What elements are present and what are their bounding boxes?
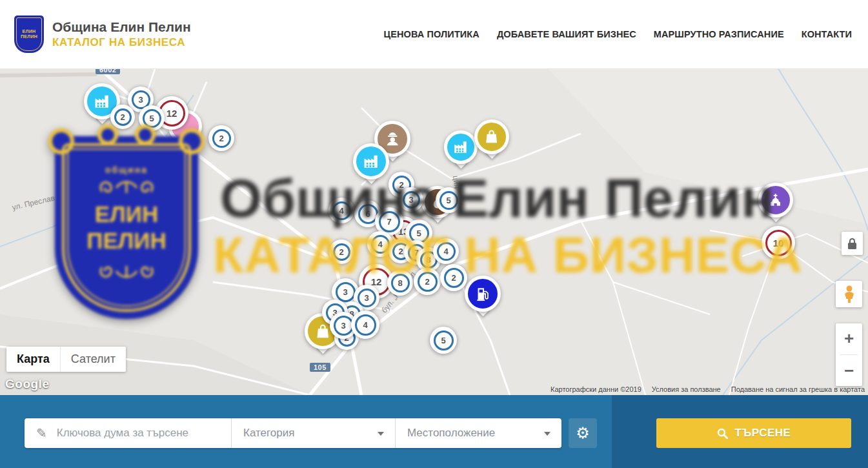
zoom-control: + −	[836, 323, 862, 386]
cluster-marker[interactable]: 4	[351, 310, 379, 339]
cluster-marker[interactable]: 2	[208, 125, 234, 151]
map-markers-layer: 321252235461375422784128223383234510	[0, 69, 868, 395]
cluster-marker[interactable]: 2	[414, 268, 441, 295]
category-pin-bag[interactable]	[474, 119, 509, 154]
bag-icon	[474, 119, 509, 154]
google-logo[interactable]: Google	[5, 377, 49, 391]
site-title: Община Елин Пелин	[52, 19, 191, 35]
location-select-value: Местоположение	[407, 427, 495, 440]
search-button[interactable]: ТЪРСЕНЕ	[656, 418, 851, 448]
cluster-count: 10	[765, 230, 792, 256]
cluster-marker[interactable]: 2	[440, 264, 467, 291]
attribution-copyright: Картографски данни ©2019	[550, 385, 641, 393]
cluster-marker[interactable]: 8	[387, 270, 413, 296]
category-pin-factory[interactable]	[353, 143, 389, 179]
search-button-label: ТЪРСЕНЕ	[735, 427, 791, 440]
main-nav: ЦЕНОВА ПОЛИТИКА ДОБАВЕТЕ ВАШИЯТ БИЗНЕС М…	[384, 29, 852, 39]
church-icon	[758, 183, 793, 218]
map-attribution: Картографски данни ©2019 Условия за полз…	[550, 385, 865, 393]
category-select[interactable]: Категория	[231, 418, 395, 448]
search-fields-group: ✎ Категория Местоположение	[25, 418, 561, 448]
cluster-count: 4	[355, 314, 376, 336]
nav-item-pricing[interactable]: ЦЕНОВА ПОЛИТИКА	[384, 29, 479, 39]
location-select[interactable]: Местоположение	[395, 418, 561, 448]
lock-icon	[848, 243, 856, 249]
keyword-search-input[interactable]	[56, 426, 231, 440]
map-type-control: Карта Сателит	[6, 347, 126, 372]
cluster-count: 5	[434, 331, 454, 351]
map-canvas[interactable]: ул. Преслав бул. „Новосел ция 6002 105 3…	[0, 69, 868, 395]
category-pin-fuel[interactable]	[465, 276, 501, 312]
cluster-marker[interactable]: 5	[139, 105, 165, 131]
cluster-marker[interactable]: 5	[430, 327, 457, 354]
cluster-count: 2	[444, 268, 464, 288]
municipality-crest-logo: ЕЛИН ПЕЛИН	[14, 15, 44, 53]
factory-icon	[444, 130, 478, 164]
brand[interactable]: ЕЛИН ПЕЛИН Община Елин Пелин КАТАЛОГ НА …	[14, 15, 191, 53]
pegman-button[interactable]	[836, 281, 862, 307]
pegman-icon	[843, 285, 856, 303]
brand-text: Община Елин Пелин КАТАЛОГ НА БИЗНЕСА	[52, 19, 191, 49]
cluster-marker[interactable]: 2	[110, 105, 135, 129]
search-icon	[717, 428, 728, 439]
fuel-icon	[465, 276, 501, 312]
streetview-lock-button[interactable]	[842, 232, 863, 255]
keyword-field-wrap: ✎	[25, 418, 231, 448]
caret-down-icon	[544, 432, 550, 436]
category-select-value: Категория	[243, 427, 294, 440]
cluster-count: 5	[439, 191, 458, 210]
cluster-marker[interactable]: 4	[328, 198, 354, 223]
cluster-marker[interactable]: 2	[329, 239, 354, 264]
cluster-marker[interactable]: 4	[433, 238, 459, 264]
cluster-count: 2	[212, 129, 231, 148]
pencil-icon: ✎	[36, 425, 47, 441]
cluster-count: 2	[418, 272, 438, 292]
cluster-count: 3	[403, 191, 420, 209]
cluster-count: 8	[391, 274, 410, 292]
crest-name: ЕЛИН ПЕЛИН	[21, 29, 37, 40]
cluster-count: 2	[114, 108, 132, 126]
cluster-count: 3	[336, 282, 356, 302]
cluster-count: 7	[379, 211, 400, 232]
nav-item-add-business[interactable]: ДОБАВЕТЕ ВАШИЯТ БИЗНЕС	[497, 29, 636, 39]
cluster-count: 3	[334, 316, 354, 336]
caret-down-icon	[378, 432, 384, 436]
cluster-marker[interactable]: 10	[762, 226, 795, 259]
map-type-map-button[interactable]: Карта	[6, 347, 60, 372]
category-pin-church[interactable]	[758, 183, 793, 218]
attribution-report-error-link[interactable]: Подаване на сигнал за грешка в картата	[731, 385, 865, 393]
zoom-divider	[840, 354, 858, 355]
factory-icon	[353, 143, 389, 179]
cluster-count: 4	[332, 201, 351, 220]
cluster-marker[interactable]: 5	[436, 187, 461, 213]
site-subtitle: КАТАЛОГ НА БИЗНЕСА	[52, 36, 191, 49]
header: ЕЛИН ПЕЛИН Община Елин Пелин КАТАЛОГ НА …	[0, 0, 868, 69]
cluster-count: 4	[371, 235, 390, 254]
page: ЕЛИН ПЕЛИН Община Елин Пелин КАТАЛОГ НА …	[0, 0, 868, 468]
cluster-count: 5	[143, 109, 161, 128]
search-bar: ✎ Категория Местоположение ⚙ ТЪРСЕНЕ	[0, 395, 868, 468]
cluster-marker[interactable]: 3	[399, 187, 423, 212]
nav-item-route-schedule[interactable]: МАРШРУТНО РАЗПИСАНИЕ	[654, 29, 784, 39]
category-pin-factory[interactable]	[444, 130, 478, 164]
cluster-count: 4	[437, 242, 456, 261]
cluster-count: 2	[333, 243, 350, 261]
zoom-in-button[interactable]: +	[836, 323, 862, 354]
advanced-settings-button[interactable]: ⚙	[569, 418, 597, 448]
gear-icon: ⚙	[576, 424, 590, 442]
attribution-terms-link[interactable]: Условия за ползване	[652, 385, 721, 393]
nav-item-contacts[interactable]: КОНТАКТИ	[802, 29, 852, 39]
map-type-satellite-button[interactable]: Сателит	[60, 347, 126, 372]
zoom-out-button[interactable]: −	[836, 356, 862, 386]
